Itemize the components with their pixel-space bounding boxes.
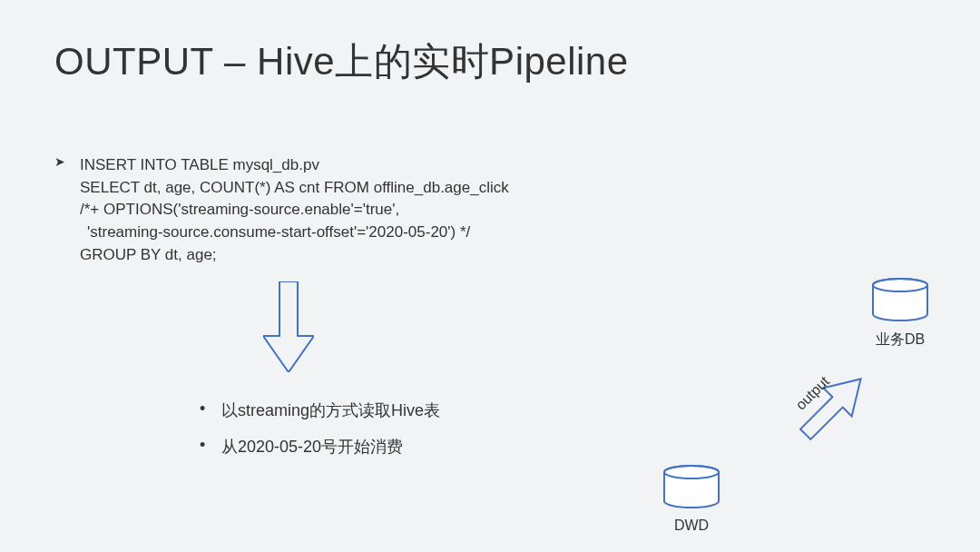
dwd-db-node: DWD [662, 465, 720, 534]
biz-db-node: 业务DB [871, 278, 929, 350]
dwd-label: DWD [662, 518, 720, 534]
bullet-item-1: 以streaming的方式读取Hive表 [200, 399, 440, 421]
code-line-2: SELECT dt, age, COUNT(*) AS cnt FROM off… [54, 177, 509, 200]
code-line-1: INSERT INTO TABLE mysql_db.pv [54, 156, 319, 173]
code-line-4: 'streaming-source.consume-start-offset'=… [54, 222, 509, 244]
page-title: OUTPUT – Hive上的实时Pipeline [54, 36, 629, 87]
code-line-3: /*+ OPTIONS('streaming-source.enable'='t… [54, 199, 509, 222]
database-icon [662, 465, 720, 508]
down-arrow-icon [263, 281, 314, 372]
sql-code-block: INSERT INTO TABLE mysql_db.pv SELECT dt,… [54, 154, 509, 266]
code-line-5: GROUP BY dt, age; [54, 244, 509, 267]
bullet-item-2: 从2020-05-20号开始消费 [200, 436, 440, 458]
database-icon [871, 278, 929, 321]
biz-db-label: 业务DB [871, 330, 929, 350]
bullet-list: 以streaming的方式读取Hive表 从2020-05-20号开始消费 [200, 399, 440, 472]
